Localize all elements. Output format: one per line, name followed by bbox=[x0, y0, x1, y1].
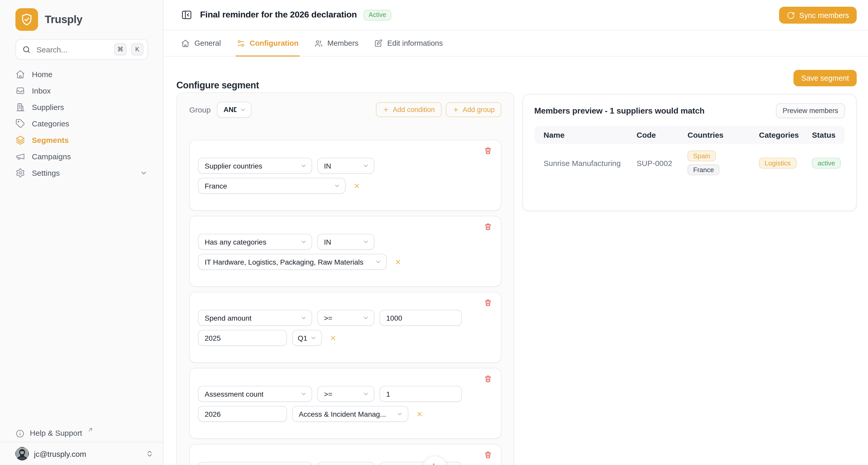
tab-label: Configuration bbox=[250, 39, 299, 47]
supplier-name: Sunrise Manufacturing bbox=[544, 159, 637, 167]
condition-operator-select[interactable]: >= bbox=[317, 310, 374, 326]
condition-value-input[interactable] bbox=[379, 462, 462, 465]
clear-value-icon[interactable] bbox=[394, 258, 402, 265]
shield-check-icon bbox=[16, 8, 38, 31]
table-row[interactable]: Sunrise Manufacturing SUP-0002 Spain Fra… bbox=[534, 151, 845, 175]
sync-members-label: Sync members bbox=[799, 11, 849, 19]
clear-value-icon[interactable] bbox=[353, 182, 361, 189]
sidebar-item-segments[interactable]: Segments bbox=[7, 133, 156, 147]
cmd-key-badge: ⌘ bbox=[114, 43, 126, 56]
tab-bar: General Configuration Members Edit infor… bbox=[163, 30, 868, 57]
search-input[interactable] bbox=[35, 44, 110, 54]
chevron-down-icon bbox=[363, 391, 369, 397]
brand-logo[interactable]: Trusply bbox=[16, 8, 83, 31]
condition-field-select[interactable]: Assessment score bbox=[198, 462, 312, 465]
status-badge: Active bbox=[364, 9, 391, 20]
sidebar-item-label: Campaigns bbox=[32, 152, 71, 161]
categories-cell: Logistics bbox=[759, 158, 812, 168]
condition-operator-select[interactable]: IN bbox=[317, 158, 374, 174]
condition-card: Supplier countries IN France bbox=[189, 140, 501, 211]
tab-label: General bbox=[194, 39, 221, 47]
clear-value-icon[interactable] bbox=[416, 410, 423, 418]
tab-general[interactable]: General bbox=[181, 30, 221, 56]
condition-operator-select[interactable]: IN bbox=[317, 234, 374, 250]
delete-condition-icon[interactable] bbox=[484, 374, 492, 383]
category-tag: Logistics bbox=[759, 158, 796, 168]
clear-value-icon[interactable] bbox=[330, 334, 337, 341]
condition-value-select[interactable]: France bbox=[198, 178, 346, 194]
brand-name: Trusply bbox=[45, 13, 83, 26]
condition-card: Spend amount >= Q1 bbox=[189, 292, 501, 363]
chevron-down-icon bbox=[140, 169, 148, 177]
chevron-down-icon bbox=[310, 334, 317, 341]
delete-condition-icon[interactable] bbox=[484, 299, 492, 307]
tab-configuration[interactable]: Configuration bbox=[236, 30, 299, 56]
preview-members-button[interactable]: Preview members bbox=[776, 103, 845, 118]
add-condition-button[interactable]: Add condition bbox=[376, 102, 442, 117]
add-group-button[interactable]: Add group bbox=[445, 102, 501, 117]
sidebar: Trusply ⌘ K Home Inbox bbox=[0, 0, 163, 465]
section-title: Configure segment bbox=[176, 80, 259, 91]
condition-quarter-select[interactable]: Q1 bbox=[292, 330, 322, 346]
home-icon bbox=[16, 69, 25, 79]
sidebar-item-inbox[interactable]: Inbox bbox=[7, 83, 156, 98]
megaphone-icon bbox=[16, 152, 25, 161]
column-header-code: Code bbox=[637, 131, 687, 139]
condition-operator-select[interactable]: > bbox=[317, 462, 374, 465]
tab-label: Edit informations bbox=[387, 39, 443, 47]
sidebar-item-categories[interactable]: Categories bbox=[7, 116, 156, 131]
condition-field-select[interactable]: Supplier countries bbox=[198, 158, 312, 174]
page-header: Final reminder for the 2026 declaration … bbox=[163, 0, 868, 30]
builder-actions: Add condition Add group bbox=[376, 102, 501, 117]
condition-value-input[interactable] bbox=[379, 310, 462, 326]
save-segment-button[interactable]: Save segment bbox=[794, 70, 857, 86]
condition-operator-select[interactable]: >= bbox=[317, 386, 374, 402]
help-support-link[interactable]: Help & Support bbox=[16, 429, 93, 438]
page-title: Final reminder for the 2026 declaration bbox=[200, 10, 357, 20]
sliders-icon bbox=[236, 39, 245, 47]
help-support-label: Help & Support bbox=[30, 429, 82, 437]
sidebar-item-label: Settings bbox=[32, 169, 60, 177]
chevron-down-icon bbox=[239, 106, 246, 113]
sidebar-item-settings[interactable]: Settings bbox=[7, 165, 156, 180]
condition-field-select[interactable]: Assessment count bbox=[198, 386, 312, 402]
sidebar-item-campaigns[interactable]: Campaigns bbox=[7, 149, 156, 164]
search-icon bbox=[22, 45, 31, 54]
condition-value-select[interactable]: IT Hardware, Logistics, Packaging, Raw M… bbox=[198, 254, 387, 270]
column-header-status: Status bbox=[812, 131, 845, 139]
column-header-countries: Countries bbox=[687, 131, 759, 139]
sync-members-button[interactable]: Sync members bbox=[779, 7, 857, 24]
user-menu[interactable]: jc@trusply.com bbox=[16, 446, 154, 461]
plus-icon bbox=[382, 106, 389, 113]
sidebar-item-label: Inbox bbox=[32, 86, 51, 95]
panel-collapse-icon[interactable] bbox=[181, 9, 192, 21]
group-operator-select[interactable]: AND bbox=[217, 102, 251, 118]
condition-field-select[interactable]: Spend amount bbox=[198, 310, 312, 326]
condition-year-input[interactable] bbox=[198, 330, 287, 346]
sidebar-item-suppliers[interactable]: Suppliers bbox=[7, 100, 156, 114]
search-box[interactable]: ⌘ K bbox=[16, 39, 148, 60]
info-icon bbox=[16, 429, 25, 438]
condition-list: Supplier countries IN France bbox=[189, 140, 501, 465]
delete-condition-icon[interactable] bbox=[484, 146, 492, 155]
group-header: Group AND Add condition Add group bbox=[189, 102, 501, 118]
country-tag: Spain bbox=[687, 151, 716, 161]
condition-year-input[interactable] bbox=[198, 406, 287, 422]
sidebar-item-home[interactable]: Home bbox=[7, 67, 156, 82]
chevron-down-icon bbox=[300, 391, 307, 397]
members-table: Name Code Countries Categories Status Su… bbox=[534, 126, 845, 175]
status-cell: active bbox=[812, 158, 845, 168]
chevron-down-icon bbox=[300, 162, 307, 169]
delete-condition-icon[interactable] bbox=[484, 451, 492, 459]
plus-icon bbox=[452, 106, 459, 113]
tab-members[interactable]: Members bbox=[314, 30, 359, 56]
condition-field-select[interactable]: Has any categories bbox=[198, 234, 312, 250]
tab-label: Members bbox=[327, 39, 359, 47]
layers-icon bbox=[16, 135, 25, 145]
tab-edit-informations[interactable]: Edit informations bbox=[374, 30, 443, 56]
condition-card: Assessment score > bbox=[189, 444, 501, 465]
delete-condition-icon[interactable] bbox=[484, 223, 492, 231]
avatar bbox=[16, 447, 29, 460]
condition-value-input[interactable] bbox=[379, 386, 462, 402]
condition-campaign-select[interactable]: Access & Incident Manag... bbox=[292, 406, 408, 422]
